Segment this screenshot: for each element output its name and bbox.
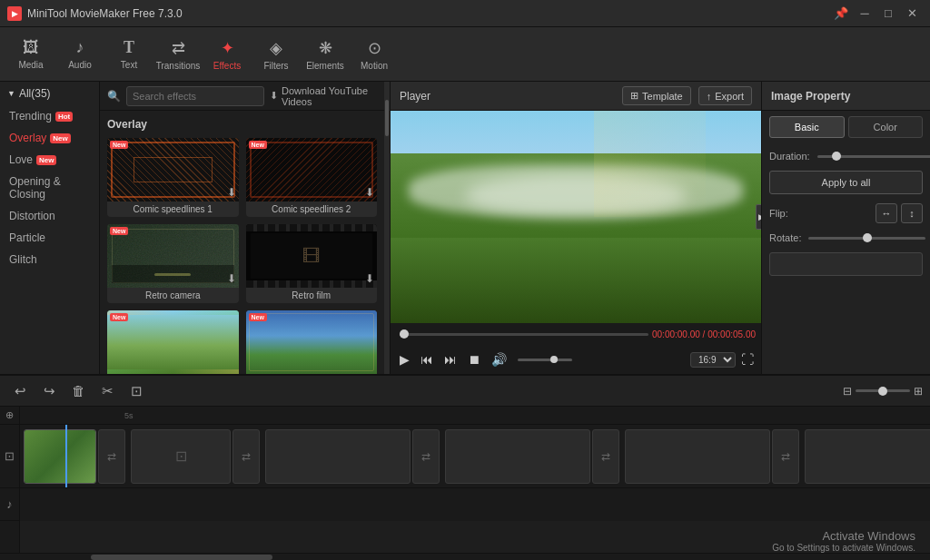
sidebar-item-distortion[interactable]: Distortion [0,205,99,227]
export-button[interactable]: ↑ Export [698,86,752,105]
pin-icon[interactable]: 📌 [830,5,852,23]
play-button[interactable]: ▶ [396,350,413,368]
maximize-button[interactable]: □ [877,5,899,23]
title-text: MiniTool MovieMaker Free 7.3.0 [27,7,183,20]
sidebar-item-opening-closing[interactable]: Opening & Closing [0,171,99,205]
cut-button[interactable]: ✂ [94,379,120,403]
undo-button[interactable]: ↩ [7,379,33,403]
summer-new-badge: New [249,313,267,321]
comic1-download-icon[interactable]: ⬇ [227,186,236,199]
effect-card-retro-film[interactable]: 🎞 ⬇ Retro film [246,224,378,303]
transition-2[interactable]: ⇄ [232,429,260,484]
volume-slider[interactable] [518,359,572,361]
scrollbar-thumb-h[interactable] [91,555,272,560]
video-track-icon: ⊡ [5,449,15,463]
flip-horizontal-button[interactable]: ↔ [876,203,897,223]
effects-sidebar: ▼ All(35) Trending Hot Overlay New Love … [0,82,100,374]
audio-label: Audio [68,60,92,70]
timeline-horizontal-scrollbar[interactable] [0,553,930,560]
transition-5[interactable]: ⇄ [772,429,799,484]
zoom-in-icon: ⊞ [914,385,923,398]
download-label: Download YouTube Videos [282,85,377,107]
clip-placeholder-2[interactable] [265,429,411,484]
sidebar-item-overlay[interactable]: Overlay New [0,127,99,149]
retro-film-download-icon[interactable]: ⬇ [365,272,374,285]
effect-thumb-spring: New [107,310,239,374]
template-button[interactable]: ⊞ Template [622,86,691,105]
title-controls: 📌 ─ □ ✕ [830,5,923,23]
crop-button[interactable]: ⊡ [124,379,149,403]
fullscreen-button[interactable]: ⛶ [739,350,756,368]
progress-handle[interactable] [400,329,409,339]
progress-track[interactable] [400,333,648,336]
video-scene [391,111,761,323]
retro-cam-download-icon[interactable]: ⬇ [227,272,236,285]
app-icon: ▶ [7,6,22,21]
zoom-control: ⊟ ⊞ [843,385,923,398]
video-clip-1[interactable] [24,429,96,484]
minimize-button[interactable]: ─ [854,5,876,23]
player-expand-arrow[interactable]: ▶ [756,204,761,230]
track-label-add[interactable]: ⊕ [0,407,19,425]
title-left: ▶ MiniTool MovieMaker Free 7.3.0 [7,6,183,21]
toolbar-media[interactable]: 🖼 Media [7,31,54,78]
search-effects-input[interactable] [126,86,264,106]
volume-button[interactable]: 🔊 [488,350,510,368]
track-label-video[interactable]: ⊡ [0,425,19,488]
prev-frame-button[interactable]: ⏮ [417,350,437,368]
transition-4[interactable]: ⇄ [592,429,619,484]
stop-button[interactable]: ⏹ [464,350,484,368]
duration-label: Duration: [769,151,810,162]
motion-label: Motion [361,61,388,71]
sidebar-item-glitch[interactable]: Glitch [0,249,99,270]
toolbar: 🖼 Media ♪ Audio T Text ⇄ Transitions ✦ E… [0,27,930,82]
sidebar-item-love[interactable]: Love New [0,149,99,171]
sidebar-all[interactable]: ▼ All(35) [0,82,99,105]
transition-1[interactable]: ⇄ [98,429,125,484]
apply-all-button[interactable]: Apply to all [769,171,923,194]
aspect-ratio-select[interactable]: 16:9 4:3 1:1 9:16 [690,352,736,368]
transition-3[interactable]: ⇄ [412,429,440,484]
trending-badge: Hot [55,112,73,122]
download-youtube-button[interactable]: ⬇ Download YouTube Videos [270,85,377,107]
sidebar-item-trending[interactable]: Trending Hot [0,105,99,127]
zoom-slider[interactable] [856,389,910,392]
track-label-audio[interactable]: ♪ [0,488,19,521]
effects-grid: New ⬇ Comic speedlines 1 New ⬇ Comic spe… [107,138,377,374]
delete-button[interactable]: 🗑 [65,379,91,403]
text-label: Text [121,60,137,70]
clip-placeholder-5[interactable] [805,429,930,484]
audio-track [20,488,930,521]
effect-card-comic1[interactable]: New ⬇ Comic speedlines 1 [107,138,239,217]
clip-placeholder-3[interactable] [445,429,590,484]
duration-slider[interactable] [817,155,930,158]
clip-placeholder-4[interactable] [625,429,770,484]
close-button[interactable]: ✕ [901,5,923,23]
toolbar-effects[interactable]: ✦ Effects [203,31,251,78]
rotate-slider[interactable] [808,237,925,240]
toolbar-text[interactable]: T Text [105,31,153,78]
time-display: 00:00:00.00 / 00:00:05.00 [652,329,756,339]
toolbar-transitions[interactable]: ⇄ Transitions [154,31,202,78]
redo-button[interactable]: ↪ [36,379,62,403]
sidebar-item-particle[interactable]: Particle [0,227,99,249]
timeline-toolbar: ↩ ↪ 🗑 ✂ ⊡ ⊟ ⊞ [0,376,930,407]
clip-placeholder-1[interactable]: ⊡ [131,429,231,484]
toolbar-motion[interactable]: ⊙ Motion [351,31,398,78]
comic2-label: Comic speedlines 2 [246,201,378,217]
flip-vertical-button[interactable]: ↕ [901,203,923,223]
toolbar-filters[interactable]: ◈ Filters [252,31,300,78]
next-frame-button[interactable]: ⏭ [440,350,460,368]
sidebar-glitch-label: Glitch [9,253,37,266]
player-progress-bar[interactable]: 00:00:00.00 / 00:00:05.00 [391,323,761,345]
toolbar-elements[interactable]: ❋ Elements [302,31,349,78]
toolbar-audio[interactable]: ♪ Audio [56,31,104,78]
effect-card-comic2[interactable]: New ⬇ Comic speedlines 2 [246,138,378,217]
tab-basic[interactable]: Basic [769,116,845,138]
effect-card-retro-cam[interactable]: New ⬇ Retro camera [107,224,239,303]
tab-color[interactable]: Color [848,116,924,138]
effect-card-spring[interactable]: New Spring [107,310,239,374]
comic2-download-icon[interactable]: ⬇ [365,186,374,199]
effect-card-summer[interactable]: New Summer [246,310,378,374]
timeline-toolbar-left: ↩ ↪ 🗑 ✂ ⊡ [7,379,149,403]
